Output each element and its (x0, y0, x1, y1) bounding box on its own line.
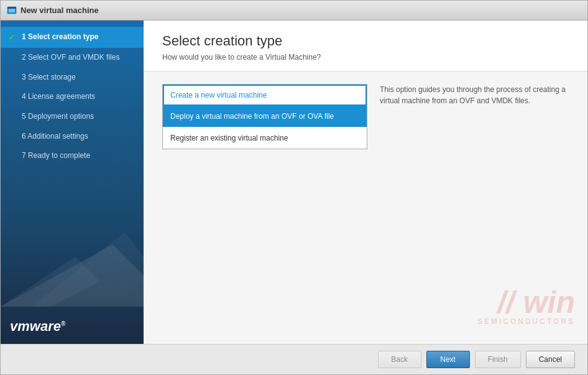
svg-rect-1 (9, 9, 15, 12)
step-label-2: 2 Select OVF and VMDK files (22, 53, 119, 63)
main-content: ✓1 Select creation type2 Select OVF and … (1, 21, 587, 344)
option-item-create-new[interactable]: Create a new virtual machine (163, 85, 367, 106)
watermark-logo: // win (497, 285, 575, 320)
sidebar-step-7[interactable]: 7 Ready to complete (1, 146, 144, 166)
sidebar: ✓1 Select creation type2 Select OVF and … (1, 21, 144, 344)
panel-header: Select creation type How would you like … (144, 21, 587, 72)
vmware-logo: vmware® (1, 309, 144, 344)
sidebar-step-4[interactable]: 4 License agreements (1, 87, 144, 107)
cancel-button[interactable]: Cancel (526, 351, 575, 368)
step-label-3: 3 Select storage (22, 73, 76, 83)
vmware-logo-text: vmware® (10, 318, 65, 334)
right-panel: Select creation type How would you like … (144, 21, 587, 344)
dialog: New virtual machine ✓1 Select creation t… (0, 0, 588, 375)
next-button[interactable]: Next (426, 351, 470, 368)
panel-title: Select creation type (162, 33, 569, 49)
step-label-6: 6 Additional settings (22, 132, 88, 142)
sidebar-decoration (1, 182, 144, 307)
sidebar-step-6[interactable]: 6 Additional settings (1, 127, 144, 147)
panel-subtitle: How would you like to create a Virtual M… (162, 53, 569, 62)
sidebar-step-5[interactable]: 5 Deployment options (1, 107, 144, 127)
panel-body: Create a new virtual machineDeploy a vir… (144, 72, 587, 344)
watermark-sub: SEMICONDUCTORS (477, 318, 575, 325)
dialog-title: New virtual machine (21, 6, 99, 15)
svg-rect-2 (7, 7, 16, 9)
sidebar-step-3[interactable]: 3 Select storage (1, 68, 144, 88)
option-item-register-existing[interactable]: Register an existing virtual machine (163, 127, 367, 149)
step-check-1: ✓ (8, 32, 18, 43)
options-list: Create a new virtual machineDeploy a vir… (162, 84, 367, 149)
watermark: // win SEMICONDUCTORS (477, 287, 575, 325)
step-label-1: 1 Select creation type (22, 32, 98, 42)
back-button[interactable]: Back (378, 351, 421, 368)
finish-button[interactable]: Finish (475, 351, 521, 368)
footer: Back Next Finish Cancel (1, 344, 587, 374)
sidebar-step-2[interactable]: 2 Select OVF and VMDK files (1, 48, 144, 68)
step-label-7: 7 Ready to complete (22, 151, 90, 161)
svg-marker-5 (32, 232, 144, 307)
vm-window-icon (7, 6, 17, 16)
description-text: This option guides you through the proce… (380, 85, 566, 105)
option-item-deploy-ovf[interactable]: Deploy a virtual machine from an OVF or … (163, 106, 367, 127)
step-label-5: 5 Deployment options (22, 112, 94, 122)
sidebar-step-1[interactable]: ✓1 Select creation type (1, 27, 144, 48)
title-bar: New virtual machine (1, 1, 587, 21)
step-label-4: 4 License agreements (22, 92, 95, 102)
